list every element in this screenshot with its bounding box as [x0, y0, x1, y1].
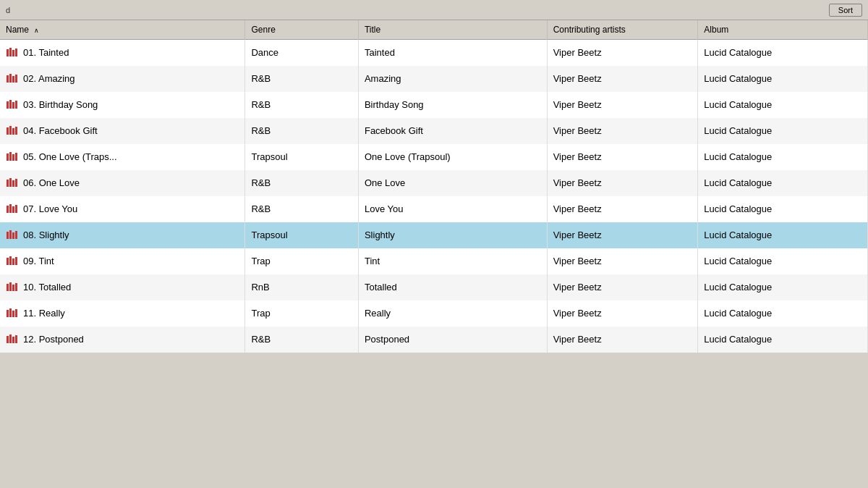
track-genre: RnB [245, 274, 358, 300]
track-artist: Viper Beetz [547, 170, 698, 196]
table-row[interactable]: 01. Tainted Dance Tainted Viper Beetz Lu… [0, 40, 868, 66]
music-icon [6, 203, 19, 216]
svg-rect-1 [9, 48, 12, 56]
track-name-cell: 11. Really [0, 300, 245, 327]
track-title: Tint [358, 248, 547, 274]
track-artist: Viper Beetz [547, 300, 698, 327]
svg-rect-46 [12, 337, 14, 343]
svg-rect-40 [7, 310, 9, 317]
music-icon [6, 125, 19, 138]
svg-rect-8 [7, 101, 9, 109]
track-artist: Viper Beetz [547, 118, 698, 144]
track-artist: Viper Beetz [547, 327, 698, 353]
track-name: 12. Postponed [23, 334, 84, 345]
track-album: Lucid Catalogue [698, 118, 868, 144]
music-icon [6, 72, 19, 85]
music-icon [6, 333, 19, 346]
track-name-cell: 10. Totalled [0, 274, 245, 300]
svg-rect-14 [12, 128, 14, 135]
track-name: 03. Birthday Song [23, 99, 98, 110]
track-album: Lucid Catalogue [698, 300, 868, 327]
col-album[interactable]: Album [698, 20, 868, 40]
track-name-cell: 02. Amazing [0, 66, 245, 92]
track-title: Slightly [358, 222, 547, 248]
svg-rect-11 [15, 101, 17, 109]
svg-rect-19 [15, 153, 17, 161]
track-album: Lucid Catalogue [698, 248, 868, 274]
track-title: Facebook Gift [358, 118, 547, 144]
svg-rect-47 [15, 335, 17, 343]
svg-rect-18 [12, 154, 14, 161]
svg-rect-17 [9, 152, 12, 161]
col-genre[interactable]: Genre [245, 20, 358, 40]
svg-rect-25 [9, 204, 12, 213]
table-row[interactable]: 05. One Love (Traps... Trapsoul One Love… [0, 144, 868, 170]
track-album: Lucid Catalogue [698, 327, 868, 353]
track-title: Love You [358, 196, 547, 222]
track-album: Lucid Catalogue [698, 66, 868, 92]
svg-rect-5 [9, 74, 12, 83]
track-name: 07. Love You [23, 203, 77, 214]
track-name: 09. Tint [23, 256, 54, 266]
track-album: Lucid Catalogue [698, 92, 868, 118]
svg-rect-28 [7, 232, 9, 239]
col-artists[interactable]: Contributing artists [547, 20, 698, 40]
table-row[interactable]: 10. Totalled RnB Totalled Viper Beetz Lu… [0, 274, 868, 300]
track-title: Tainted [358, 40, 547, 66]
table-row[interactable]: 07. Love You R&B Love You Viper Beetz Lu… [0, 196, 868, 222]
svg-rect-26 [12, 206, 14, 213]
table-row[interactable]: 08. Slightly Trapsoul Slightly Viper Bee… [0, 222, 868, 248]
sort-button[interactable]: Sort [829, 4, 862, 17]
track-name: 11. Really [23, 308, 65, 319]
svg-rect-24 [7, 206, 9, 213]
svg-rect-23 [15, 179, 17, 187]
svg-rect-12 [7, 127, 9, 135]
track-title: Really [358, 300, 547, 327]
track-name-cell: 03. Birthday Song [0, 92, 245, 118]
svg-rect-36 [7, 284, 9, 291]
track-genre: R&B [245, 170, 358, 196]
track-name-cell: 05. One Love (Traps... [0, 144, 245, 170]
track-name: 06. One Love [23, 177, 80, 188]
svg-rect-32 [7, 258, 9, 265]
table-row[interactable]: 02. Amazing R&B Amazing Viper Beetz Luci… [0, 66, 868, 92]
svg-rect-0 [7, 49, 9, 56]
track-artist: Viper Beetz [547, 196, 698, 222]
track-artist: Viper Beetz [547, 40, 698, 66]
track-genre: R&B [245, 92, 358, 118]
svg-rect-43 [15, 309, 17, 317]
track-album: Lucid Catalogue [698, 144, 868, 170]
table-row[interactable]: 04. Facebook Gift R&B Facebook Gift Vipe… [0, 118, 868, 144]
svg-rect-6 [12, 76, 14, 83]
svg-rect-44 [7, 336, 9, 343]
track-genre: R&B [245, 118, 358, 144]
svg-rect-3 [15, 49, 17, 56]
track-name-cell: 07. Love You [0, 196, 245, 222]
col-name[interactable]: Name ∧ [0, 20, 245, 40]
svg-rect-42 [12, 311, 14, 317]
col-title[interactable]: Title [358, 20, 547, 40]
table-row[interactable]: 06. One Love R&B One Love Viper Beetz Lu… [0, 170, 868, 196]
track-genre: Trapsoul [245, 222, 358, 248]
table-row[interactable]: 03. Birthday Song R&B Birthday Song Vipe… [0, 92, 868, 118]
table-row[interactable]: 12. Postponed R&B Postponed Viper Beetz … [0, 327, 868, 353]
track-list-container: Name ∧ Genre Title Contributing artists … [0, 20, 868, 353]
music-icon [6, 177, 19, 190]
svg-rect-4 [7, 75, 9, 83]
track-name-cell: 12. Postponed [0, 327, 245, 353]
svg-rect-38 [12, 285, 14, 291]
table-row[interactable]: 11. Really Trap Really Viper Beetz Lucid… [0, 300, 868, 327]
track-name: 10. Totalled [23, 282, 71, 293]
track-artist: Viper Beetz [547, 66, 698, 92]
track-title: Postponed [358, 327, 547, 353]
table-row[interactable]: 09. Tint Trap Tint Viper Beetz Lucid Cat… [0, 248, 868, 274]
track-name-cell: 08. Slightly [0, 222, 245, 248]
svg-rect-7 [15, 75, 17, 83]
track-name: 08. Slightly [23, 230, 69, 240]
track-album: Lucid Catalogue [698, 274, 868, 300]
svg-rect-2 [12, 50, 14, 56]
music-icon [6, 255, 19, 268]
svg-rect-33 [9, 256, 12, 265]
track-genre: R&B [245, 66, 358, 92]
track-genre: Trap [245, 300, 358, 327]
